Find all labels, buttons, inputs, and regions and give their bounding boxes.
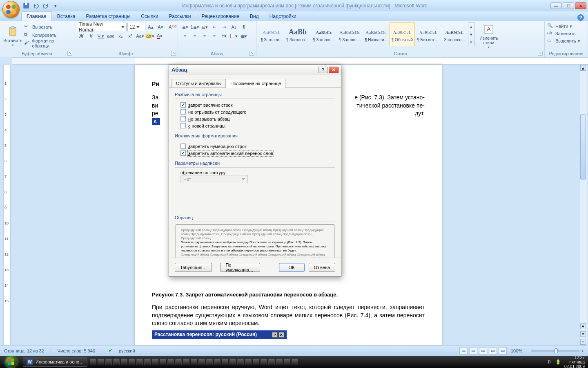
tab-page-layout[interactable]: Разметка страницы [80,11,136,21]
font-size-combo[interactable]: 12 [127,23,145,31]
tab-insert[interactable]: Вставка [52,11,81,21]
tab-home[interactable]: Главная [21,11,52,21]
ql-icon[interactable] [160,359,166,365]
shading-icon[interactable]: ▾ [229,31,238,40]
change-case-icon[interactable]: Aa▾ [136,31,145,40]
justify-icon[interactable]: ≡ [210,31,219,40]
style-item[interactable]: AaBbCcL¶ Обычный [390,22,415,46]
paste-button[interactable]: Вставить ▼ [2,22,23,49]
tab-addins[interactable]: Надстройки [264,11,302,21]
highlight-icon[interactable]: ab▾ [145,31,154,40]
pilcrow-icon[interactable]: ¶ [239,22,248,31]
ql-icon[interactable] [191,359,197,365]
prev-page-icon[interactable]: ≡ [580,331,586,337]
para-launcher[interactable]: ⤡ [249,51,254,56]
dialog-tab-indents[interactable]: Отступы и интервалы [172,79,226,88]
view-web-icon[interactable]: ▭ [479,347,487,355]
status-words[interactable]: Число слов: 5 940 [58,348,95,353]
ql-icon[interactable] [229,359,236,365]
italic-icon[interactable]: К [87,31,96,40]
style-item[interactable]: AaBb¶ Заголово... [285,22,310,46]
ql-icon[interactable] [98,359,104,365]
style-item[interactable]: AaBbCcL¶ Без инте... [416,22,441,46]
ql-icon[interactable] [90,359,96,365]
zoom-value[interactable]: 100% [511,348,522,353]
view-draft-icon[interactable]: ▭ [499,347,507,355]
status-language[interactable]: русский [119,348,135,353]
vertical-scrollbar[interactable]: ▴ ▾ ≡ ≡ [580,65,587,345]
style-item[interactable]: AaBbCc¶ Заголов... [311,22,336,46]
font-launcher[interactable]: ⤡ [171,51,176,56]
superscript-icon[interactable]: x² [126,31,135,40]
ql-icon[interactable] [167,359,174,365]
replace-button[interactable]: abЗаменить [547,30,585,37]
help-icon[interactable]: ? [577,14,584,21]
line-spacing-icon[interactable]: ‡▾ [220,31,229,40]
ql-icon[interactable] [214,359,220,365]
align-center-icon[interactable]: ≡ [190,31,199,40]
tab-view[interactable]: Вид [245,11,264,21]
borders-icon[interactable]: ▦▾ [239,31,248,40]
close-button[interactable]: ✕ [575,2,586,9]
ql-icon[interactable] [183,359,189,365]
style-item[interactable]: AaBbCcL¶ Заголов... [259,22,284,46]
select-button[interactable]: ▭Выделить ▾ [547,37,585,45]
ql-icon[interactable] [198,359,205,365]
style-item[interactable]: AaBbCcDd¶ Заголов... [337,22,363,46]
bullets-icon[interactable]: ≣▾ [180,22,189,31]
tray-power-icon[interactable]: 🔋 [555,359,561,365]
view-read-icon[interactable]: ▭ [469,347,477,355]
style-scroll-up[interactable]: ▴ [468,23,474,30]
status-proof-icon[interactable]: ✔ [109,348,112,353]
change-styles-button[interactable]: A Изменить стили ▼ [475,22,502,49]
hyphen-close-icon[interactable]: ✕ [278,332,284,338]
ql-icon[interactable] [292,359,298,365]
align-left-icon[interactable]: ≡ [180,31,189,40]
clear-format-icon[interactable]: A⌫ [166,22,175,31]
qat-save-icon[interactable] [22,2,30,9]
font-color-icon[interactable]: A▾ [155,31,164,40]
subscript-icon[interactable]: x₂ [116,31,125,40]
ql-icon[interactable] [245,359,252,365]
ql-icon[interactable] [175,359,182,365]
bold-icon[interactable]: Ж [77,31,86,40]
ql-icon[interactable] [237,359,244,365]
scroll-thumb[interactable] [580,114,586,180]
view-outline-icon[interactable]: ▭ [489,347,497,355]
start-button[interactable] [0,356,22,368]
ql-icon[interactable] [152,359,158,365]
dialog-help-button[interactable]: ? [318,67,328,73]
qat-undo-icon[interactable] [32,2,40,9]
clipboard-launcher[interactable]: ⤡ [67,51,72,56]
ok-button[interactable]: ОК [279,263,305,272]
maximize-button[interactable]: ☐ [563,2,574,9]
ql-icon[interactable] [113,359,120,365]
align-right-icon[interactable]: ≡ [200,31,209,40]
copy-button[interactable]: ⧉Копировать [24,31,71,39]
dialog-tab-position[interactable]: Положение на странице [226,79,285,88]
multilevel-icon[interactable]: ⊟▾ [200,22,209,31]
shrink-font-icon[interactable]: A▾ [156,22,165,31]
tray-flag-icon[interactable]: 🏳 [548,359,552,364]
chk-no-hyphen[interactable] [180,150,186,156]
font-name-combo[interactable]: Times New Roman [77,23,127,31]
style-item[interactable]: AaBbCcDd¶ Названи... [363,22,389,46]
ql-icon[interactable] [284,359,290,365]
view-print-icon[interactable]: ▭ [459,347,468,355]
minimize-button[interactable]: — [550,2,562,9]
tray-clock[interactable]: 12:27 пятница 02.01.2009 [564,355,585,368]
scroll-down-icon[interactable]: ▾ [580,323,586,329]
office-button[interactable] [2,1,20,18]
styles-gallery[interactable]: AaBbCcL¶ Заголов... AaBb¶ Заголово... Aa… [259,22,467,46]
ql-icon[interactable] [268,359,275,365]
chk-suppress-line-num[interactable] [180,144,186,149]
zoom-slider[interactable] [531,350,580,352]
ql-icon[interactable] [222,359,228,365]
underline-icon[interactable]: Ч ▾ [96,31,105,40]
default-button[interactable]: По умолчанию… [220,263,260,272]
find-button[interactable]: 🔍Найти ▾ [547,22,585,30]
ql-icon[interactable] [206,359,213,365]
tab-mailings[interactable]: Рассылки [164,11,196,21]
tab-review[interactable]: Рецензирование [196,11,245,21]
vertical-ruler[interactable]: 123 456 789 101112 131415 [3,65,11,345]
